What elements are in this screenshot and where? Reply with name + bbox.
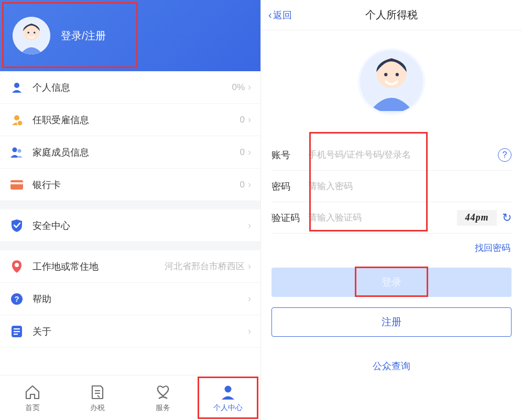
avatar-icon: [358, 48, 425, 115]
menu-label: 安全中心: [32, 219, 248, 232]
section-spacer: [0, 242, 260, 250]
svg-rect-17: [14, 334, 18, 335]
menu-value: 0: [240, 115, 245, 125]
about-icon: [9, 324, 24, 339]
captcha-image: 44pm: [457, 210, 497, 226]
svg-point-11: [15, 263, 19, 267]
menu-label: 任职受雇信息: [32, 114, 240, 126]
tab-personal-center[interactable]: 个人中心: [195, 375, 260, 420]
chevron-right-icon: ›: [248, 179, 251, 190]
register-button[interactable]: 注册: [271, 307, 512, 337]
tab-label: 个人中心: [213, 403, 243, 413]
chevron-right-icon: ›: [248, 326, 251, 337]
menu-family[interactable]: 家庭成员信息 0 ›: [0, 136, 260, 169]
login-register-link[interactable]: 登录/注册: [61, 29, 106, 43]
chevron-right-icon: ›: [248, 261, 251, 272]
avatar-section: [261, 30, 522, 139]
back-label: 返回: [273, 9, 292, 21]
svg-point-8: [18, 149, 21, 152]
svg-rect-10: [10, 182, 23, 184]
section-spacer: [0, 201, 260, 209]
menu-value: 0%: [232, 82, 245, 93]
account-row: 账号 ?: [271, 139, 512, 171]
tab-label: 首页: [25, 403, 40, 413]
password-input[interactable]: [308, 181, 512, 192]
button-group: 登录 注册: [261, 258, 522, 337]
password-label: 密码: [271, 180, 308, 193]
login-button[interactable]: 登录: [271, 268, 512, 297]
menu-bank[interactable]: 银行卡 0 ›: [0, 169, 260, 201]
login-hero[interactable]: 登录/注册: [0, 0, 260, 71]
bank-card-icon: [9, 178, 24, 192]
chevron-right-icon: ›: [248, 82, 251, 93]
account-label: 账号: [271, 149, 308, 161]
menu-about[interactable]: 关于 ›: [0, 315, 260, 348]
chevron-left-icon: ‹: [268, 9, 272, 21]
menu-employment[interactable]: 任职受雇信息 0 ›: [0, 104, 260, 136]
find-password-link[interactable]: 找回密码: [475, 243, 510, 253]
account-input[interactable]: [308, 150, 498, 160]
menu-value: 0: [240, 180, 245, 190]
svg-rect-15: [14, 328, 20, 329]
chevron-right-icon: ›: [248, 293, 251, 304]
family-icon: [9, 145, 24, 160]
menu-personal-info[interactable]: 个人信息 0% ›: [0, 71, 260, 104]
help-icon[interactable]: ?: [498, 148, 512, 162]
chevron-right-icon: ›: [248, 147, 251, 158]
svg-point-7: [13, 147, 17, 152]
menu-group-info: 个人信息 0% › 任职受雇信息 0 › 家庭成员信息 0 › 银行卡 0: [0, 71, 260, 201]
menu-help[interactable]: ? 帮助 ›: [0, 283, 260, 315]
menu-label: 个人信息: [32, 81, 232, 94]
refresh-icon[interactable]: ↻: [502, 211, 512, 225]
service-icon: [155, 383, 171, 401]
public-query-link[interactable]: 公众查询: [373, 361, 410, 371]
login-form: 账号 ? 密码 验证码 44pm ↻: [261, 139, 522, 234]
captcha-row: 验证码 44pm ↻: [271, 202, 512, 234]
svg-point-21: [384, 73, 387, 76]
menu-label: 帮助: [32, 293, 248, 305]
tab-label: 服务: [156, 403, 170, 413]
captcha-input[interactable]: [308, 213, 452, 223]
menu-group-other: 工作地或常住地 河北省邢台市桥西区 › ? 帮助 › 关于 ›: [0, 250, 260, 348]
tab-home[interactable]: 首页: [0, 375, 65, 420]
back-button[interactable]: ‹ 返回: [268, 9, 292, 21]
svg-point-3: [34, 32, 35, 34]
menu-label: 银行卡: [32, 179, 240, 191]
svg-point-2: [28, 32, 29, 34]
find-password-row: 找回密码: [261, 234, 522, 258]
page-title: 个人所得税: [365, 8, 418, 22]
menu-group-security: 安全中心 ›: [0, 209, 260, 242]
personal-center-screen: 登录/注册 个人信息 0% › 任职受雇信息 0 › 家庭成员信息 0 ›: [0, 0, 261, 420]
help-icon: ?: [9, 292, 24, 306]
nav-bar: ‹ 返回 个人所得税: [261, 0, 522, 30]
svg-text:?: ?: [14, 294, 19, 303]
menu-location[interactable]: 工作地或常住地 河北省邢台市桥西区 ›: [0, 250, 260, 283]
login-button-label: 登录: [382, 275, 401, 289]
svg-rect-9: [10, 180, 23, 190]
tab-bar: 首页 办税 服务 个人中心: [0, 375, 260, 420]
login-screen: ‹ 返回 个人所得税 账号 ? 密码: [261, 0, 522, 420]
person-icon: [221, 383, 235, 401]
menu-label: 关于: [32, 325, 248, 338]
location-icon: [9, 259, 24, 274]
chevron-right-icon: ›: [248, 114, 251, 125]
shield-icon: [9, 218, 24, 233]
menu-security[interactable]: 安全中心 ›: [0, 209, 260, 242]
register-button-label: 注册: [382, 315, 401, 329]
tab-tax[interactable]: 办税: [65, 375, 130, 420]
tab-service[interactable]: 服务: [130, 375, 195, 420]
person-icon: [9, 80, 24, 95]
employment-icon: [9, 113, 24, 127]
tab-label: 办税: [90, 403, 105, 413]
captcha-label: 验证码: [271, 212, 308, 224]
chevron-right-icon: ›: [248, 220, 251, 231]
password-row: 密码: [271, 171, 512, 202]
home-icon: [24, 383, 41, 401]
svg-point-4: [14, 83, 19, 88]
menu-label: 家庭成员信息: [32, 146, 240, 159]
svg-point-6: [17, 120, 23, 126]
menu-value: 0: [240, 147, 245, 158]
avatar-icon: [13, 17, 50, 54]
menu-label: 工作地或常住地: [32, 260, 165, 273]
svg-point-5: [14, 115, 19, 120]
